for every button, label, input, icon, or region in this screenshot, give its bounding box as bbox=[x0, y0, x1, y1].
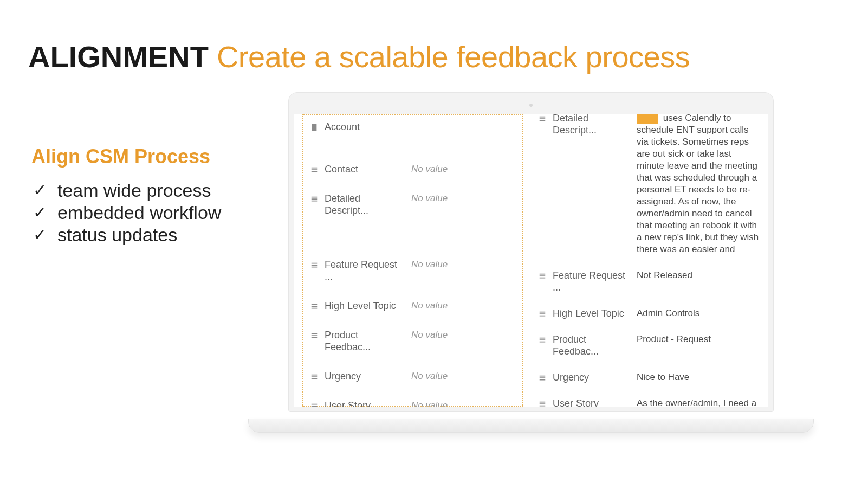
building-icon bbox=[310, 123, 318, 131]
form-field: UrgencyNo value bbox=[310, 370, 515, 382]
form-panel-empty: AccountContactNo valueDetailed Descript.… bbox=[294, 114, 531, 407]
subhead: Align CSM Process bbox=[31, 145, 281, 168]
check-item: ✓embedded workflow bbox=[31, 202, 281, 223]
list-icon bbox=[310, 331, 318, 339]
check-label: team wide process bbox=[57, 180, 211, 201]
field-label: Urgency bbox=[553, 371, 631, 383]
list-icon bbox=[539, 335, 546, 344]
field-label: Detailed Descript... bbox=[325, 192, 406, 216]
field-value: No value bbox=[411, 300, 515, 312]
list-icon bbox=[310, 401, 318, 407]
laptop-body: AccountContactNo valueDetailed Descript.… bbox=[288, 92, 774, 412]
check-item: ✓team wide process bbox=[31, 180, 281, 201]
field-value: No value bbox=[411, 163, 515, 175]
form-field: User StoryNo value bbox=[310, 400, 515, 407]
field-value: No value bbox=[411, 259, 515, 271]
checklist: ✓team wide process ✓embedded workflow ✓s… bbox=[31, 180, 281, 246]
check-item: ✓status updates bbox=[31, 224, 281, 246]
slide-title-rest: Create a scalable feedback process bbox=[209, 40, 690, 74]
list-icon-wrap bbox=[310, 259, 319, 271]
field-label: Feature Request ... bbox=[325, 259, 406, 282]
check-icon: ✓ bbox=[31, 226, 48, 244]
check-icon: ✓ bbox=[31, 181, 48, 200]
form-field: User StoryAs the owner/admin, I need a w… bbox=[539, 397, 760, 407]
field-value: No value bbox=[411, 329, 515, 341]
field-label: High Level Topic bbox=[325, 300, 406, 312]
list-icon bbox=[310, 372, 318, 381]
list-icon-wrap bbox=[539, 371, 547, 383]
list-icon-wrap bbox=[539, 269, 547, 281]
field-value: Admin Controls bbox=[637, 307, 760, 319]
list-icon bbox=[539, 271, 546, 280]
list-icon-wrap bbox=[539, 397, 547, 407]
list-icon bbox=[539, 373, 546, 382]
form-field: UrgencyNice to Have bbox=[539, 371, 760, 383]
form-field: High Level TopicAdmin Controls bbox=[539, 307, 760, 319]
slide-title-bold: ALIGNMENT bbox=[28, 40, 209, 74]
list-icon bbox=[539, 114, 546, 123]
field-value: Product - Request bbox=[637, 333, 760, 345]
form-field: ContactNo value bbox=[310, 163, 515, 175]
field-value: As the owner/admin, I need a way to seam… bbox=[637, 397, 760, 407]
field-label: Detailed Descript... bbox=[553, 114, 631, 136]
list-icon bbox=[539, 399, 546, 407]
list-icon-wrap bbox=[310, 370, 319, 382]
form-field: Feature Request ...No value bbox=[310, 259, 515, 282]
list-icon bbox=[310, 165, 318, 173]
building-icon-wrap bbox=[310, 121, 319, 133]
field-value: Nice to Have bbox=[637, 371, 760, 383]
field-label: User Story bbox=[325, 400, 406, 407]
check-label: status updates bbox=[57, 224, 177, 246]
field-label: User Story bbox=[553, 397, 631, 407]
laptop-base bbox=[248, 419, 814, 433]
list-icon bbox=[310, 194, 318, 203]
list-icon-wrap bbox=[539, 114, 547, 124]
list-icon-wrap bbox=[539, 307, 547, 319]
form-field: Detailed Descript...No value bbox=[310, 192, 515, 216]
field-value: No value bbox=[411, 192, 515, 204]
slide-title: ALIGNMENT Create a scalable feedback pro… bbox=[28, 39, 690, 74]
list-icon-wrap bbox=[310, 192, 319, 204]
check-icon: ✓ bbox=[31, 203, 48, 222]
list-icon bbox=[539, 309, 546, 318]
list-icon-wrap bbox=[310, 400, 319, 407]
form-field: Detailed Descript... uses Calendly to sc… bbox=[539, 114, 760, 255]
redacted-block bbox=[637, 114, 658, 124]
field-label: Product Feedbac... bbox=[325, 329, 406, 353]
check-label: embedded workflow bbox=[57, 202, 221, 223]
list-icon bbox=[310, 260, 318, 269]
field-label: High Level Topic bbox=[553, 307, 631, 319]
camera-dot bbox=[529, 104, 533, 107]
field-label: Account bbox=[325, 121, 406, 133]
list-icon-wrap bbox=[310, 329, 319, 341]
list-icon-wrap bbox=[310, 163, 319, 175]
form-field: Product Feedbac...Product - Request bbox=[539, 333, 760, 357]
form-field: Feature Request ...Not Released bbox=[539, 269, 760, 293]
list-icon-wrap bbox=[539, 333, 547, 345]
list-icon-wrap bbox=[310, 300, 319, 312]
field-value: No value bbox=[411, 370, 515, 382]
field-label: Feature Request ... bbox=[553, 269, 631, 293]
form-panel-filled: Detailed Descript... uses Calendly to sc… bbox=[531, 114, 768, 407]
field-label: Urgency bbox=[325, 370, 406, 382]
laptop-mockup: AccountContactNo valueDetailed Descript.… bbox=[288, 92, 774, 428]
form-field: Account bbox=[310, 121, 515, 133]
form-field: Product Feedbac...No value bbox=[310, 329, 515, 353]
field-value: uses Calendly to schedule ENT support ca… bbox=[637, 114, 760, 255]
field-value: No value bbox=[411, 400, 515, 407]
screen: AccountContactNo valueDetailed Descript.… bbox=[294, 114, 768, 407]
field-label: Product Feedbac... bbox=[553, 333, 631, 357]
left-content: Align CSM Process ✓team wide process ✓em… bbox=[31, 145, 281, 247]
list-icon bbox=[310, 301, 318, 310]
field-label: Contact bbox=[325, 163, 406, 175]
form-field: High Level TopicNo value bbox=[310, 300, 515, 312]
field-value-text: uses Calendly to schedule ENT support ca… bbox=[637, 114, 759, 254]
field-value: Not Released bbox=[637, 269, 760, 281]
